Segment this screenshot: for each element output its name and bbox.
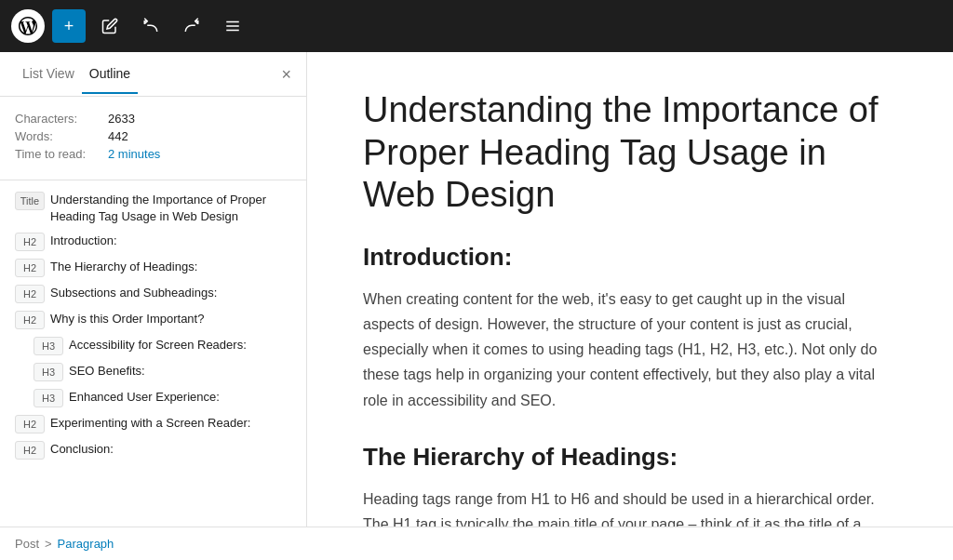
outline-item[interactable]: H3Accessibility for Screen Readers:: [0, 333, 306, 359]
outline-badge: H3: [34, 337, 63, 355]
characters-stat: Characters: 2633: [15, 112, 291, 126]
time-label: Time to read:: [15, 147, 108, 161]
tab-outline[interactable]: Outline: [82, 55, 138, 94]
outline-badge: H2: [15, 311, 45, 329]
outline-item[interactable]: H2Subsections and Subheadings:: [0, 281, 306, 307]
add-block-button[interactable]: +: [52, 9, 86, 43]
outline-item[interactable]: TitleUnderstanding the Importance of Pro…: [0, 188, 306, 229]
section-heading: Introduction:: [363, 243, 897, 272]
outline-badge: H2: [15, 441, 45, 460]
words-label: Words:: [15, 129, 108, 143]
sidebar-close-button[interactable]: ×: [281, 66, 291, 83]
pen-button[interactable]: [93, 9, 127, 43]
time-value: 2 minutes: [108, 147, 160, 161]
outline-badge: H2: [15, 285, 45, 303]
main-layout: List View Outline × Characters: 2633 Wor…: [0, 52, 953, 527]
time-stat: Time to read: 2 minutes: [15, 147, 291, 161]
article-title: Understanding the Importance of Proper H…: [363, 89, 897, 217]
content-area: Understanding the Importance of Proper H…: [307, 52, 953, 527]
outline-badge: Title: [15, 192, 45, 210]
section-body: When creating content for the web, it's …: [363, 287, 897, 413]
redo-button[interactable]: [175, 9, 208, 43]
sidebar-tab-bar: List View Outline ×: [0, 52, 306, 97]
outline-item[interactable]: H2Experimenting with a Screen Reader:: [0, 411, 306, 437]
sidebar: List View Outline × Characters: 2633 Wor…: [0, 52, 307, 527]
settings-button[interactable]: [216, 9, 249, 43]
outline-item[interactable]: H2Introduction:: [0, 229, 306, 255]
sidebar-stats: Characters: 2633 Words: 442 Time to read…: [0, 97, 306, 180]
toolbar: +: [0, 0, 953, 52]
outline-item[interactable]: H2Why is this Order Important?: [0, 307, 306, 333]
outline-badge: H2: [15, 233, 45, 251]
outline-item-text: Understanding the Importance of Proper H…: [50, 192, 299, 225]
sections-container: Introduction:When creating content for t…: [363, 243, 897, 527]
outline-item-text: Experimenting with a Screen Reader:: [50, 415, 250, 432]
outline-item-text: Accessibility for Screen Readers:: [69, 337, 247, 353]
outline-badge: H2: [15, 415, 45, 433]
outline-item-text: Introduction:: [50, 233, 117, 249]
breadcrumb-bar: Post > Paragraph: [0, 527, 953, 560]
outline-item[interactable]: H3SEO Benefits:: [0, 359, 306, 385]
outline-item[interactable]: H2Conclusion:: [0, 437, 306, 463]
outline-badge: H3: [34, 389, 63, 407]
outline-badge: H3: [34, 363, 63, 381]
words-value: 442: [108, 129, 128, 143]
outline-item-text: Why is this Order Important?: [50, 311, 204, 327]
wordpress-logo[interactable]: [11, 9, 45, 43]
outline-item[interactable]: H3Enhanced User Experience:: [0, 385, 306, 411]
tab-list-view[interactable]: List View: [15, 55, 82, 94]
undo-button[interactable]: [134, 9, 168, 43]
characters-value: 2633: [108, 112, 135, 126]
outline-item-text: Enhanced User Experience:: [69, 389, 220, 406]
outline-badge: H2: [15, 259, 45, 277]
breadcrumb-separator: >: [45, 537, 52, 551]
outline-item-text: Conclusion:: [50, 441, 114, 458]
section-body: Heading tags range from H1 to H6 and sho…: [363, 487, 897, 527]
outline-list: TitleUnderstanding the Importance of Pro…: [0, 180, 306, 527]
breadcrumb-post: Post: [15, 537, 39, 551]
outline-item-text: SEO Benefits:: [69, 363, 145, 380]
section-heading: The Hierarchy of Headings:: [363, 443, 897, 472]
outline-item[interactable]: H2The Hierarchy of Headings:: [0, 255, 306, 281]
characters-label: Characters:: [15, 112, 108, 126]
outline-item-text: Subsections and Subheadings:: [50, 285, 217, 301]
outline-item-text: The Hierarchy of Headings:: [50, 259, 197, 275]
breadcrumb-current[interactable]: Paragraph: [58, 537, 114, 551]
words-stat: Words: 442: [15, 129, 291, 143]
